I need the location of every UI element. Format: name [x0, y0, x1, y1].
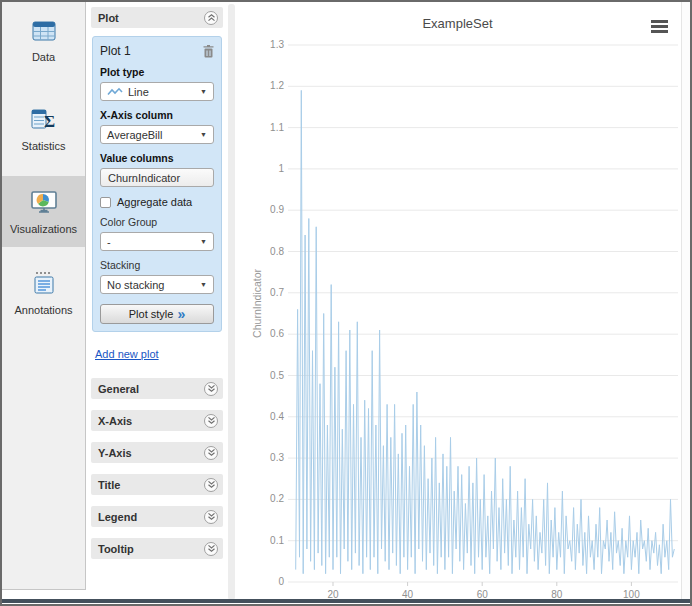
sidebar-item-data[interactable]: Data: [2, 10, 85, 71]
section-tooltip[interactable]: Tooltip: [91, 538, 223, 559]
y-tick-label: 1: [278, 163, 284, 174]
plot-card: Plot 1 Plot type Line ▼ X-Axis c: [92, 36, 222, 332]
sidebar-item-annotations[interactable]: Annotations: [2, 261, 85, 324]
y-tick-label: 0.7: [270, 287, 284, 298]
sidebar-item-label: Annotations: [2, 304, 85, 316]
double-chevron-down-icon[interactable]: [204, 510, 218, 524]
dropdown-caret-icon: ▼: [200, 281, 207, 288]
churnindicator-line-series: [296, 90, 675, 573]
sidebar-item-visualizations[interactable]: Visualizations: [2, 176, 85, 247]
y-tick-label: 0.6: [270, 328, 284, 339]
y-tick-label: 1.3: [270, 39, 284, 50]
y-tick-label: 0.9: [270, 204, 284, 215]
plot-type-label: Plot type: [100, 66, 214, 78]
dropdown-caret-icon: ▼: [200, 131, 207, 138]
plot-style-button[interactable]: Plot style »: [100, 304, 214, 324]
dropdown-caret-icon: ▼: [200, 88, 207, 95]
sidebar-item-label: Visualizations: [2, 223, 85, 235]
color-group-label: Color Group: [100, 216, 214, 228]
section-label: Legend: [98, 511, 137, 523]
y-tick-label: 0.5: [270, 370, 284, 381]
section-label: Title: [98, 479, 120, 491]
value-columns-chip[interactable]: ChurnIndicator: [100, 168, 214, 187]
section-y-axis[interactable]: Y-Axis: [91, 442, 223, 463]
sidebar-item-label: Statistics: [2, 140, 85, 152]
y-tick-label: 0.3: [270, 452, 284, 463]
x-axis-column-dropdown[interactable]: AverageBill ▼: [100, 125, 214, 144]
section-label: X-Axis: [98, 415, 132, 427]
statistics-sigma-icon: Σ: [31, 107, 57, 131]
stacking-label: Stacking: [100, 259, 214, 271]
dropdown-caret-icon: ▼: [200, 238, 207, 245]
section-x-axis[interactable]: X-Axis: [91, 410, 223, 431]
double-chevron-down-icon[interactable]: [204, 414, 218, 428]
section-legend[interactable]: Legend: [91, 506, 223, 527]
section-label: Tooltip: [98, 543, 134, 555]
plot-section-header[interactable]: Plot: [91, 7, 223, 28]
y-tick-label: 0.8: [270, 246, 284, 257]
y-tick-label: 0.1: [270, 535, 284, 546]
line-chart: 00.10.20.30.40.50.60.70.80.911.11.21.320…: [235, 2, 680, 604]
plot-style-label: Plot style: [129, 308, 174, 320]
visualizations-window: Data Σ Statistics Visualizations: [0, 0, 692, 606]
delete-plot-trash-icon[interactable]: [203, 45, 214, 58]
y-tick-label: 0.4: [270, 411, 284, 422]
chart-scrollbar[interactable]: [681, 2, 690, 603]
double-chevron-down-icon[interactable]: [204, 446, 218, 460]
plot-card-title: Plot 1: [100, 44, 131, 58]
svg-text:Σ: Σ: [44, 112, 55, 131]
plot-config-panel: Plot Plot 1 Plot type: [87, 2, 227, 604]
color-group-dropdown[interactable]: - ▼: [100, 232, 214, 251]
plot-type-value: Line: [128, 86, 149, 98]
add-new-plot-link[interactable]: Add new plot: [95, 348, 159, 360]
sidebar-item-statistics[interactable]: Σ Statistics: [2, 97, 85, 160]
x-axis-column-label: X-Axis column: [100, 109, 214, 121]
section-title[interactable]: Title: [91, 474, 223, 495]
plot-type-dropdown[interactable]: Line ▼: [100, 82, 214, 101]
y-tick-label: 1.1: [270, 122, 284, 133]
double-chevron-right-icon: »: [177, 307, 185, 321]
y-tick-label: 0: [278, 576, 284, 587]
double-chevron-down-icon[interactable]: [204, 478, 218, 492]
double-chevron-up-icon[interactable]: [204, 11, 218, 25]
section-label: Y-Axis: [98, 447, 132, 459]
sidebar: Data Σ Statistics Visualizations: [2, 2, 86, 590]
aggregate-data-label: Aggregate data: [117, 196, 192, 208]
chart-pane: ExampleSet ChurnIndicator 00.10.20.30.40…: [235, 2, 680, 604]
plot-section-title: Plot: [98, 12, 119, 24]
sidebar-item-label: Data: [2, 51, 85, 63]
double-chevron-down-icon[interactable]: [204, 542, 218, 556]
double-chevron-down-icon[interactable]: [204, 382, 218, 396]
stacking-value: No stacking: [107, 279, 164, 291]
visualizations-chart-icon: [30, 190, 58, 214]
color-group-value: -: [107, 236, 111, 248]
line-type-glyph-icon: [107, 87, 123, 97]
value-columns-label: Value columns: [100, 152, 214, 164]
config-scrollbar[interactable]: [228, 4, 235, 600]
stacking-dropdown[interactable]: No stacking ▼: [100, 275, 214, 294]
data-table-icon: [31, 20, 57, 42]
section-general[interactable]: General: [91, 378, 223, 399]
y-tick-label: 1.2: [270, 80, 284, 91]
section-label: General: [98, 383, 139, 395]
window-bottom-edge: [2, 599, 690, 603]
aggregate-data-checkbox-row[interactable]: Aggregate data: [100, 196, 214, 208]
y-tick-label: 0.2: [270, 493, 284, 504]
value-columns-value: ChurnIndicator: [108, 172, 180, 184]
aggregate-data-checkbox[interactable]: [100, 197, 111, 208]
annotations-note-icon: [31, 271, 57, 295]
x-axis-column-value: AverageBill: [107, 129, 162, 141]
